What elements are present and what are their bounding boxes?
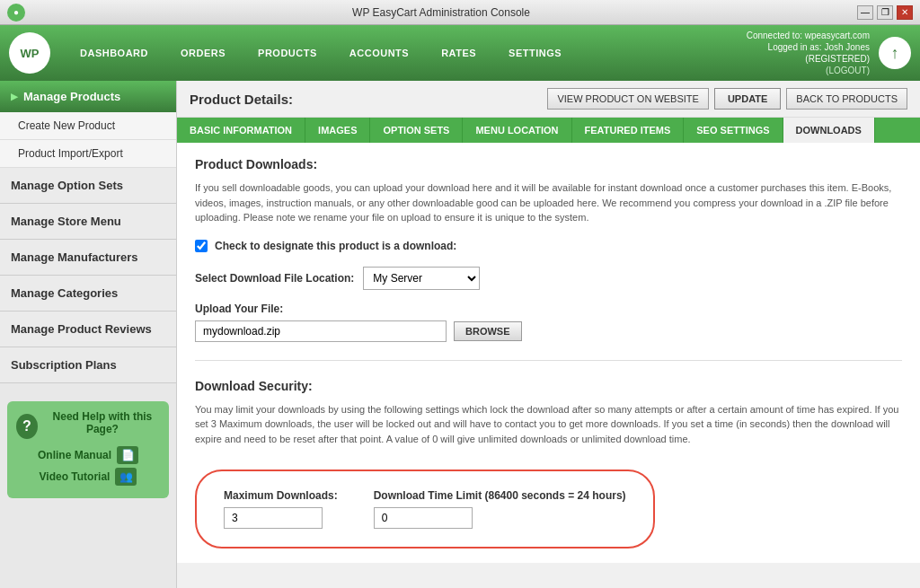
tab-images[interactable]: IMAGES (305, 118, 370, 143)
sidebar: ▶ Manage Products Create New Product Pro… (0, 81, 177, 588)
file-location-row: Select Download File Location: My Server… (195, 267, 902, 290)
nav-orders[interactable]: ORDERS (164, 40, 242, 66)
navbar-right: Connected to: wpeasycart.com Logged in a… (747, 31, 870, 75)
restore-button[interactable]: ❐ (877, 5, 893, 20)
sidebar-product-import-export[interactable]: Product Import/Export (0, 140, 176, 168)
tab-seo-settings[interactable]: SEO SETTINGS (684, 118, 783, 143)
help-box: ? Need Help with this Page? Online Manua… (7, 401, 169, 498)
security-description: You may limit your downloads by using th… (195, 402, 902, 447)
time-limit-input[interactable] (374, 507, 473, 529)
security-title: Download Security: (195, 379, 902, 393)
manual-icon: 📄 (117, 446, 138, 464)
sidebar-manage-categories[interactable]: Manage Categories (0, 276, 176, 312)
downloads-description: If you sell downloadable goods, you can … (195, 180, 902, 225)
close-button[interactable]: ✕ (897, 5, 913, 20)
minimize-button[interactable]: — (857, 5, 873, 20)
tab-menu-location[interactable]: MENU LOCATION (463, 118, 571, 143)
nav-settings[interactable]: SETTINGS (492, 40, 578, 66)
titlebar-title: WP EasyCart Administration Console (25, 6, 857, 19)
registered-text: (REGISTERED) (805, 54, 870, 64)
logout-link[interactable]: (LOGOUT) (826, 66, 870, 75)
connected-text: Connected to: wpeasycart.com (747, 31, 870, 40)
sidebar-manage-manufacturers[interactable]: Manage Manufacturers (0, 240, 176, 276)
sidebar-manage-option-sets[interactable]: Manage Option Sets (0, 168, 176, 204)
security-fields: Maximum Downloads: Download Time Limit (… (224, 489, 626, 529)
nav-dashboard[interactable]: DASHBOARD (64, 40, 164, 66)
product-header-buttons: VIEW PRODUCT ON WEBSITE UPDATE BACK TO P… (547, 88, 907, 110)
upload-label: Upload Your File: (195, 303, 902, 315)
upload-section: Upload Your File: BROWSE (195, 303, 902, 342)
browse-button[interactable]: BROWSE (454, 321, 522, 341)
help-question-icon: ? (16, 414, 38, 439)
file-location-select[interactable]: My Server Amazon S3 Other (363, 267, 480, 290)
content-area: Product Details: VIEW PRODUCT ON WEBSITE… (177, 81, 920, 588)
product-header: Product Details: VIEW PRODUCT ON WEBSITE… (177, 81, 920, 118)
titlebar: ● WP EasyCart Administration Console — ❐… (0, 0, 920, 25)
max-downloads-input[interactable] (224, 507, 323, 529)
downloads-title: Product Downloads: (195, 157, 902, 171)
up-arrow-icon: ↑ (891, 44, 899, 63)
downloads-section: Product Downloads: If you sell downloada… (177, 143, 920, 563)
nav-rates[interactable]: RATES (425, 40, 492, 66)
download-security-box: Maximum Downloads: Download Time Limit (… (195, 470, 655, 549)
tab-option-sets[interactable]: OPTION SETS (370, 118, 463, 143)
navbar-links: DASHBOARD ORDERS PRODUCTS ACCOUNTS RATES… (64, 40, 747, 66)
max-downloads-field: Maximum Downloads: (224, 489, 338, 529)
download-checkbox[interactable] (195, 240, 208, 252)
download-checkbox-row: Check to designate this product is a dow… (195, 240, 902, 252)
sidebar-create-new-product[interactable]: Create New Product (0, 112, 176, 140)
product-details-title: Product Details: (190, 92, 293, 107)
sidebar-manage-products[interactable]: ▶ Manage Products (0, 81, 176, 112)
section-divider (195, 360, 902, 361)
back-to-products-button[interactable]: BACK TO PRODUCTS (786, 88, 907, 110)
download-checkbox-label: Check to designate this product is a dow… (215, 240, 456, 252)
time-limit-label: Download Time Limit (86400 seconds = 24 … (374, 489, 626, 502)
chevron-right-icon: ▶ (11, 92, 18, 101)
sidebar-manage-store-menu[interactable]: Manage Store Menu (0, 204, 176, 240)
online-manual-link[interactable]: Online Manual 📄 (16, 446, 160, 464)
window-controls: — ❐ ✕ (857, 5, 913, 20)
video-icon: 👥 (115, 468, 137, 486)
navbar-logo[interactable]: WP (9, 32, 50, 74)
logged-in-text: Logged in as: Josh Jones (768, 42, 870, 52)
sidebar-manage-product-reviews[interactable]: Manage Product Reviews (0, 312, 176, 347)
upload-row: BROWSE (195, 320, 902, 342)
navbar-avatar[interactable]: ↑ (879, 37, 911, 69)
time-limit-field: Download Time Limit (86400 seconds = 24 … (374, 489, 626, 529)
tab-downloads[interactable]: DOWNLOADS (783, 118, 875, 143)
view-product-button[interactable]: VIEW PRODUCT ON WEBSITE (547, 88, 708, 110)
tab-basic-information[interactable]: BASIC INFORMATION (177, 118, 305, 143)
update-button[interactable]: UPDATE (714, 88, 781, 110)
file-location-label: Select Download File Location: (195, 272, 354, 285)
product-tabs: BASIC INFORMATION IMAGES OPTION SETS MEN… (177, 118, 920, 143)
upload-file-input[interactable] (195, 320, 447, 342)
navbar: WP DASHBOARD ORDERS PRODUCTS ACCOUNTS RA… (0, 25, 920, 81)
max-downloads-label: Maximum Downloads: (224, 489, 338, 502)
nav-accounts[interactable]: ACCOUNTS (333, 40, 425, 66)
video-tutorial-link[interactable]: Video Tutorial 👥 (16, 468, 160, 486)
nav-products[interactable]: PRODUCTS (242, 40, 333, 66)
main-layout: ▶ Manage Products Create New Product Pro… (0, 81, 920, 588)
sidebar-subscription-plans[interactable]: Subscription Plans (0, 347, 176, 383)
tab-featured-items[interactable]: FEATURED ITEMS (572, 118, 685, 143)
